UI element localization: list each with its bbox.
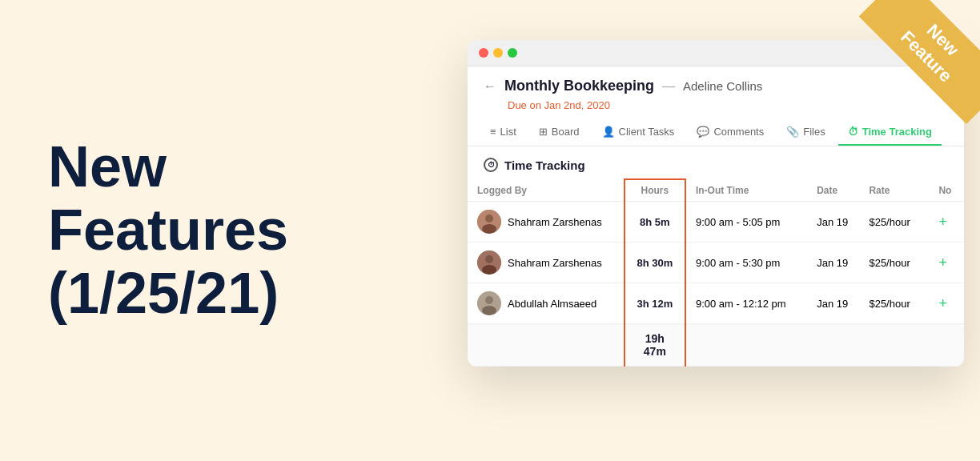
col-rate: Rate bbox=[859, 179, 929, 202]
table-header-row: Logged By Hours In-Out Time Date Rate No bbox=[468, 179, 964, 202]
avatar-1 bbox=[477, 210, 501, 234]
row1-add[interactable]: + bbox=[929, 202, 964, 243]
hero-line3: (1/25/21) bbox=[48, 263, 384, 326]
row1-date: Jan 19 bbox=[807, 202, 859, 243]
row3-rate: $25/hour bbox=[859, 283, 929, 324]
row3-hours: 3h 12m bbox=[625, 283, 685, 324]
total-empty bbox=[685, 324, 964, 367]
tab-client-tasks-label: Client Tasks bbox=[619, 126, 675, 138]
board-icon: ⊞ bbox=[539, 126, 548, 138]
row1-logged-by: Shahram Zarshenas bbox=[468, 202, 625, 243]
svg-point-1 bbox=[485, 214, 493, 222]
svg-point-7 bbox=[485, 296, 493, 304]
hero-line2: Features bbox=[48, 198, 384, 262]
minimize-dot[interactable] bbox=[493, 48, 503, 58]
svg-point-5 bbox=[482, 265, 496, 275]
row2-logged-by: Shahram Zarshenas bbox=[468, 243, 625, 283]
avatar-2 bbox=[477, 251, 501, 275]
project-title: Monthly Bookkeeping bbox=[504, 78, 654, 94]
add-icon: + bbox=[938, 255, 947, 271]
col-date: Date bbox=[807, 179, 859, 202]
svg-point-4 bbox=[485, 255, 493, 263]
banner-text: New Feature bbox=[859, 0, 980, 124]
row1-in-out: 9:00 am - 5:05 pm bbox=[685, 202, 807, 243]
row2-in-out: 9:00 am - 5:30 pm bbox=[685, 243, 807, 283]
tab-comments-label: Comments bbox=[713, 126, 764, 138]
tab-list[interactable]: ≡ List bbox=[480, 119, 526, 146]
separator: — bbox=[662, 79, 675, 94]
time-tracking-table: Logged By Hours In-Out Time Date Rate No bbox=[468, 178, 964, 367]
list-icon: ≡ bbox=[490, 126, 496, 138]
col-hours: Hours bbox=[625, 179, 685, 202]
section-title: Time Tracking bbox=[504, 158, 585, 172]
tab-comments[interactable]: 💬 Comments bbox=[687, 119, 773, 146]
svg-point-2 bbox=[482, 224, 496, 234]
table-row: Abdullah Almsaeed 3h 12m 9:00 am - 12:12… bbox=[468, 283, 964, 324]
row2-add[interactable]: + bbox=[929, 243, 964, 283]
row3-name: Abdullah Almsaeed bbox=[508, 298, 596, 310]
col-logged-by: Logged By bbox=[468, 179, 625, 202]
row1-rate: $25/hour bbox=[859, 202, 929, 243]
avatar-3 bbox=[477, 291, 501, 315]
clock-icon: ⏱ bbox=[484, 158, 498, 172]
col-no: No bbox=[929, 179, 964, 202]
row3-logged-by: Abdullah Almsaeed bbox=[468, 283, 625, 324]
maximize-dot[interactable] bbox=[508, 48, 517, 58]
project-author: Adeline Collins bbox=[683, 79, 762, 93]
comments-icon: 💬 bbox=[697, 126, 709, 138]
section-header: ⏱ Time Tracking bbox=[468, 146, 964, 178]
row2-rate: $25/hour bbox=[859, 243, 929, 283]
row3-in-out: 9:00 am - 12:12 pm bbox=[685, 283, 807, 324]
left-panel: New Features (1/25/21) bbox=[48, 135, 384, 326]
corner-banner: New Feature bbox=[852, 0, 980, 128]
total-row: 19h 47m bbox=[468, 324, 964, 367]
tab-client-tasks[interactable]: 👤 Client Tasks bbox=[592, 119, 685, 146]
svg-point-8 bbox=[482, 306, 496, 315]
row2-date: Jan 19 bbox=[807, 243, 859, 283]
back-button[interactable]: ← bbox=[484, 79, 496, 94]
tab-board[interactable]: ⊞ Board bbox=[529, 119, 589, 146]
add-icon: + bbox=[938, 295, 947, 311]
close-dot[interactable] bbox=[479, 48, 488, 58]
tab-files-label: Files bbox=[803, 126, 825, 138]
tab-files[interactable]: 📎 Files bbox=[777, 119, 834, 146]
files-icon: 📎 bbox=[786, 126, 799, 138]
add-icon: + bbox=[938, 214, 947, 230]
client-tasks-icon: 👤 bbox=[602, 126, 615, 138]
tab-list-label: List bbox=[500, 126, 516, 138]
total-label bbox=[468, 324, 625, 367]
table-row: Shahram Zarshenas 8h 30m 9:00 am - 5:30 … bbox=[468, 243, 964, 283]
total-hours: 19h 47m bbox=[625, 324, 685, 367]
hero-line1: New bbox=[48, 135, 384, 198]
table-row: Shahram Zarshenas 8h 5m 9:00 am - 5:05 p… bbox=[468, 202, 964, 243]
col-in-out: In-Out Time bbox=[685, 179, 807, 202]
row1-hours: 8h 5m bbox=[625, 202, 685, 243]
row3-date: Jan 19 bbox=[807, 283, 859, 324]
row1-name: Shahram Zarshenas bbox=[508, 216, 602, 228]
row2-name: Shahram Zarshenas bbox=[508, 257, 602, 269]
row2-hours: 8h 30m bbox=[625, 243, 685, 283]
row3-add[interactable]: + bbox=[929, 283, 964, 324]
hero-title: New Features (1/25/21) bbox=[48, 135, 384, 326]
tab-board-label: Board bbox=[552, 126, 580, 138]
